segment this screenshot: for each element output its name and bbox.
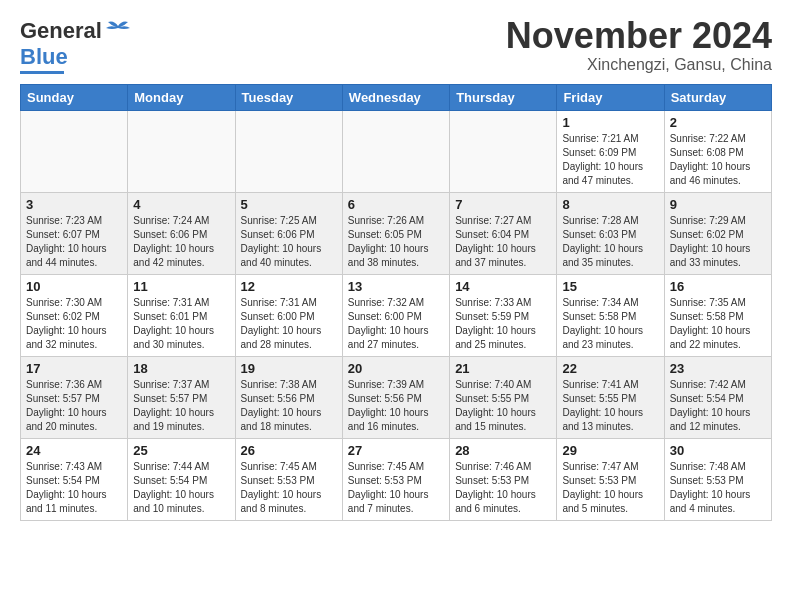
calendar-cell: 5Sunrise: 7:25 AM Sunset: 6:06 PM Daylig… [235,193,342,275]
logo: General Blue [20,16,132,74]
col-tuesday: Tuesday [235,85,342,111]
month-title: November 2024 [506,16,772,56]
day-info: Sunrise: 7:35 AM Sunset: 5:58 PM Dayligh… [670,296,766,352]
calendar-cell: 16Sunrise: 7:35 AM Sunset: 5:58 PM Dayli… [664,275,771,357]
day-info: Sunrise: 7:30 AM Sunset: 6:02 PM Dayligh… [26,296,122,352]
header: General Blue November 20 [20,16,772,74]
calendar-cell: 20Sunrise: 7:39 AM Sunset: 5:56 PM Dayli… [342,357,449,439]
calendar-cell: 23Sunrise: 7:42 AM Sunset: 5:54 PM Dayli… [664,357,771,439]
calendar-cell: 6Sunrise: 7:26 AM Sunset: 6:05 PM Daylig… [342,193,449,275]
day-info: Sunrise: 7:43 AM Sunset: 5:54 PM Dayligh… [26,460,122,516]
day-info: Sunrise: 7:40 AM Sunset: 5:55 PM Dayligh… [455,378,551,434]
day-info: Sunrise: 7:48 AM Sunset: 5:53 PM Dayligh… [670,460,766,516]
calendar-cell [450,111,557,193]
calendar-week-row-5: 24Sunrise: 7:43 AM Sunset: 5:54 PM Dayli… [21,439,772,521]
day-info: Sunrise: 7:25 AM Sunset: 6:06 PM Dayligh… [241,214,337,270]
day-number: 13 [348,279,444,294]
calendar-cell: 14Sunrise: 7:33 AM Sunset: 5:59 PM Dayli… [450,275,557,357]
calendar-cell: 3Sunrise: 7:23 AM Sunset: 6:07 PM Daylig… [21,193,128,275]
day-number: 23 [670,361,766,376]
day-info: Sunrise: 7:29 AM Sunset: 6:02 PM Dayligh… [670,214,766,270]
calendar-week-row-2: 3Sunrise: 7:23 AM Sunset: 6:07 PM Daylig… [21,193,772,275]
calendar-cell: 12Sunrise: 7:31 AM Sunset: 6:00 PM Dayli… [235,275,342,357]
day-number: 4 [133,197,229,212]
day-number: 7 [455,197,551,212]
calendar-cell [342,111,449,193]
calendar-cell [128,111,235,193]
day-info: Sunrise: 7:23 AM Sunset: 6:07 PM Dayligh… [26,214,122,270]
col-wednesday: Wednesday [342,85,449,111]
day-info: Sunrise: 7:21 AM Sunset: 6:09 PM Dayligh… [562,132,658,188]
day-number: 5 [241,197,337,212]
day-number: 29 [562,443,658,458]
day-number: 1 [562,115,658,130]
day-number: 2 [670,115,766,130]
calendar-cell: 2Sunrise: 7:22 AM Sunset: 6:08 PM Daylig… [664,111,771,193]
calendar-cell: 17Sunrise: 7:36 AM Sunset: 5:57 PM Dayli… [21,357,128,439]
calendar-week-row-1: 1Sunrise: 7:21 AM Sunset: 6:09 PM Daylig… [21,111,772,193]
day-info: Sunrise: 7:24 AM Sunset: 6:06 PM Dayligh… [133,214,229,270]
calendar-cell [21,111,128,193]
calendar-cell: 21Sunrise: 7:40 AM Sunset: 5:55 PM Dayli… [450,357,557,439]
day-number: 21 [455,361,551,376]
day-info: Sunrise: 7:36 AM Sunset: 5:57 PM Dayligh… [26,378,122,434]
day-number: 15 [562,279,658,294]
day-number: 26 [241,443,337,458]
location-subtitle: Xinchengzi, Gansu, China [506,56,772,74]
day-number: 27 [348,443,444,458]
day-info: Sunrise: 7:44 AM Sunset: 5:54 PM Dayligh… [133,460,229,516]
calendar-cell: 18Sunrise: 7:37 AM Sunset: 5:57 PM Dayli… [128,357,235,439]
day-info: Sunrise: 7:46 AM Sunset: 5:53 PM Dayligh… [455,460,551,516]
calendar-cell: 9Sunrise: 7:29 AM Sunset: 6:02 PM Daylig… [664,193,771,275]
day-info: Sunrise: 7:34 AM Sunset: 5:58 PM Dayligh… [562,296,658,352]
calendar-cell: 8Sunrise: 7:28 AM Sunset: 6:03 PM Daylig… [557,193,664,275]
col-monday: Monday [128,85,235,111]
day-info: Sunrise: 7:32 AM Sunset: 6:00 PM Dayligh… [348,296,444,352]
day-info: Sunrise: 7:26 AM Sunset: 6:05 PM Dayligh… [348,214,444,270]
col-thursday: Thursday [450,85,557,111]
day-number: 20 [348,361,444,376]
day-number: 11 [133,279,229,294]
day-number: 3 [26,197,122,212]
page: General Blue November 20 [0,0,792,531]
calendar-cell [235,111,342,193]
day-number: 19 [241,361,337,376]
day-info: Sunrise: 7:31 AM Sunset: 6:00 PM Dayligh… [241,296,337,352]
day-info: Sunrise: 7:22 AM Sunset: 6:08 PM Dayligh… [670,132,766,188]
calendar-cell: 22Sunrise: 7:41 AM Sunset: 5:55 PM Dayli… [557,357,664,439]
day-info: Sunrise: 7:31 AM Sunset: 6:01 PM Dayligh… [133,296,229,352]
logo-blue: Blue [20,44,68,70]
day-number: 14 [455,279,551,294]
calendar-cell: 28Sunrise: 7:46 AM Sunset: 5:53 PM Dayli… [450,439,557,521]
day-number: 8 [562,197,658,212]
col-sunday: Sunday [21,85,128,111]
calendar-cell: 10Sunrise: 7:30 AM Sunset: 6:02 PM Dayli… [21,275,128,357]
calendar-cell: 15Sunrise: 7:34 AM Sunset: 5:58 PM Dayli… [557,275,664,357]
day-number: 30 [670,443,766,458]
day-info: Sunrise: 7:28 AM Sunset: 6:03 PM Dayligh… [562,214,658,270]
calendar-cell: 25Sunrise: 7:44 AM Sunset: 5:54 PM Dayli… [128,439,235,521]
calendar-cell: 19Sunrise: 7:38 AM Sunset: 5:56 PM Dayli… [235,357,342,439]
calendar-cell: 1Sunrise: 7:21 AM Sunset: 6:09 PM Daylig… [557,111,664,193]
day-number: 10 [26,279,122,294]
day-number: 6 [348,197,444,212]
day-number: 9 [670,197,766,212]
day-info: Sunrise: 7:47 AM Sunset: 5:53 PM Dayligh… [562,460,658,516]
day-number: 28 [455,443,551,458]
logo-underline [20,71,64,74]
day-number: 18 [133,361,229,376]
day-number: 25 [133,443,229,458]
calendar-cell: 30Sunrise: 7:48 AM Sunset: 5:53 PM Dayli… [664,439,771,521]
calendar-cell: 11Sunrise: 7:31 AM Sunset: 6:01 PM Dayli… [128,275,235,357]
day-info: Sunrise: 7:33 AM Sunset: 5:59 PM Dayligh… [455,296,551,352]
calendar-cell: 27Sunrise: 7:45 AM Sunset: 5:53 PM Dayli… [342,439,449,521]
logo-general: General [20,18,102,44]
day-number: 17 [26,361,122,376]
day-info: Sunrise: 7:39 AM Sunset: 5:56 PM Dayligh… [348,378,444,434]
day-number: 22 [562,361,658,376]
day-info: Sunrise: 7:38 AM Sunset: 5:56 PM Dayligh… [241,378,337,434]
day-info: Sunrise: 7:45 AM Sunset: 5:53 PM Dayligh… [241,460,337,516]
calendar-cell: 24Sunrise: 7:43 AM Sunset: 5:54 PM Dayli… [21,439,128,521]
day-info: Sunrise: 7:37 AM Sunset: 5:57 PM Dayligh… [133,378,229,434]
calendar-cell: 29Sunrise: 7:47 AM Sunset: 5:53 PM Dayli… [557,439,664,521]
